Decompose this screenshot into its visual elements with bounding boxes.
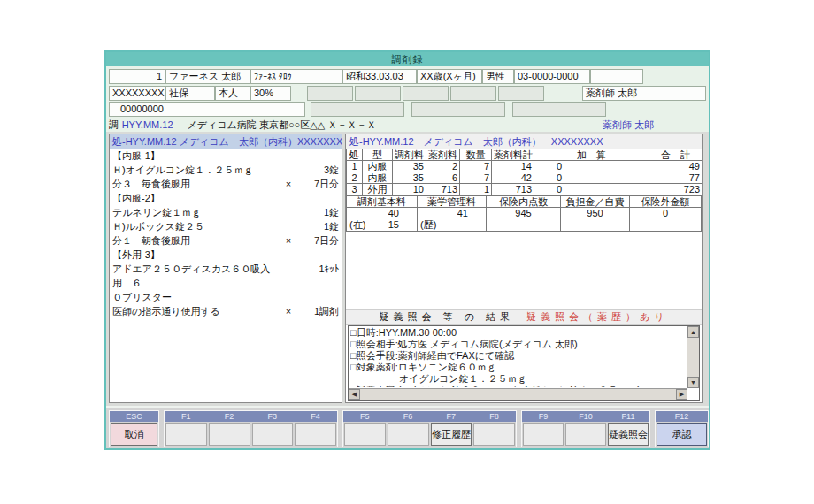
prescription-line: Ｈ)ルボックス錠２５1錠 bbox=[110, 219, 342, 233]
fee-cell: 14 bbox=[492, 161, 534, 172]
dispense-facility: メディコム病院 東京都○○区△△ Ｘ－Ｘ－Ｘ bbox=[188, 119, 377, 130]
rx-line-qty: 7日分 bbox=[298, 177, 339, 191]
rx-line-text: 医師の指示通り使用する bbox=[112, 304, 279, 318]
function-key-label-esc: ESC bbox=[110, 411, 158, 422]
summary-table: 調剤基本料薬学管理料保険内点数負担金／自費保険外金額 40(在)1541(歴)9… bbox=[346, 195, 702, 232]
summary-cell: 40(在)15 bbox=[347, 208, 418, 232]
function-key-label-f2: F2 bbox=[208, 411, 251, 422]
fee-cell: 35 bbox=[393, 172, 426, 184]
summary-value-row: 40(在)1541(歴)9459500 bbox=[347, 208, 702, 232]
fee-cell: 713 bbox=[426, 184, 460, 195]
fee-cell: 42 bbox=[492, 172, 534, 184]
patient-kana: ﾌｧｰﾈｽ ﾀﾛｳ bbox=[250, 69, 342, 84]
function-key-group: F1F2F3F4 bbox=[164, 410, 338, 447]
function-key-group: ESC取消 bbox=[109, 410, 159, 447]
empty-cell bbox=[311, 102, 404, 117]
summary-sub-label: (歴) bbox=[420, 219, 436, 231]
fee-cell: 7 bbox=[460, 161, 492, 172]
prescription-line: 分３ 毎食後服用×7日分 bbox=[110, 177, 342, 191]
empty-cell bbox=[411, 102, 505, 117]
summary-value: 950 bbox=[561, 208, 629, 219]
function-key-group-header: ESC bbox=[110, 411, 158, 422]
function-button-f12[interactable]: 承認 bbox=[657, 423, 707, 446]
horizontal-scrollbar[interactable]: ◀ ▶ bbox=[349, 388, 687, 400]
rx-line-text: 【外用-3】 bbox=[112, 248, 279, 262]
fee-cell: 0 bbox=[534, 172, 564, 184]
fee-cell: 2 bbox=[347, 172, 363, 184]
inquiry-text: □日時:HYY.MM.30 00:00 □照会相手:処方医 メディコム病院(メデ… bbox=[350, 327, 685, 387]
summary-sub-number: 15 bbox=[388, 219, 399, 231]
patient-extra-cell bbox=[590, 69, 643, 84]
function-key-group: F12承認 bbox=[655, 410, 709, 447]
rx-line-mult bbox=[279, 205, 298, 219]
left-arrow-icon[interactable]: ◀ bbox=[349, 389, 360, 400]
fee-cell: 3 bbox=[347, 184, 363, 195]
function-button-f9[interactable] bbox=[523, 423, 564, 446]
summary-value: 40 bbox=[347, 208, 417, 219]
summary-subvalue: (歴) bbox=[418, 219, 486, 231]
patient-name: ファーネス 太郎 bbox=[165, 69, 250, 84]
dispense-date: HYY.MM.12 bbox=[122, 119, 173, 130]
rx-line-text: ０ブリスター bbox=[112, 290, 279, 304]
function-key-group-body: 疑義照会 bbox=[522, 422, 649, 447]
function-button-f4[interactable] bbox=[295, 423, 336, 446]
summary-col-header: 保険外金額 bbox=[630, 196, 702, 208]
receipt-panel[interactable]: 処-HYY.MM.12 メディコム 太郎（内科） XXXXXXXX 処型調剤料薬… bbox=[345, 134, 703, 403]
insurer-code: XXXXXXXX bbox=[109, 86, 165, 101]
rx-line-mult bbox=[279, 191, 298, 205]
function-button-f6[interactable] bbox=[388, 423, 429, 446]
inquiry-textbox[interactable]: □日時:HYY.MM.30 00:00 □照会相手:処方医 メディコム病院(メデ… bbox=[348, 325, 700, 401]
pharmacist-name: 薬剤師 太郎 bbox=[582, 86, 706, 101]
fee-cell: 35 bbox=[393, 161, 426, 172]
window-title: 調剤録 bbox=[106, 52, 709, 66]
prescription-line: 医師の指示通り使用する×1調剤 bbox=[110, 304, 342, 318]
vertical-scrollbar[interactable]: ▲ ▼ bbox=[687, 326, 699, 388]
copay-rate: 30% bbox=[250, 86, 291, 101]
function-key-label-f4: F4 bbox=[294, 411, 337, 422]
rx-line-mult bbox=[279, 219, 298, 233]
summary-cell: 945 bbox=[487, 208, 561, 232]
summary-sub-label: (在) bbox=[349, 219, 365, 231]
fee-cell: 1 bbox=[347, 161, 363, 172]
fee-col-header: 薬剤料計 bbox=[492, 149, 534, 161]
function-button-f2[interactable] bbox=[209, 423, 250, 446]
patient-sex: 男性 bbox=[482, 69, 514, 84]
down-arrow-icon[interactable]: ▼ bbox=[687, 377, 699, 388]
up-arrow-icon[interactable]: ▲ bbox=[687, 326, 699, 338]
function-button-f5[interactable] bbox=[344, 423, 386, 446]
patient-header: 1 ファーネス 太郎 ﾌｧｰﾈｽ ﾀﾛｳ 昭和33.03.03 XX歳(Xヶ月)… bbox=[106, 66, 709, 132]
rx-line-mult: × bbox=[279, 304, 298, 318]
function-key-label-f6: F6 bbox=[387, 411, 430, 422]
function-button-f11[interactable]: 疑義照会 bbox=[608, 423, 649, 446]
function-button-f10[interactable] bbox=[565, 423, 606, 446]
rx-line-mult: × bbox=[279, 177, 298, 191]
fee-cell: 10 bbox=[393, 184, 426, 195]
function-button-f8[interactable] bbox=[473, 423, 515, 446]
prescription-panel[interactable]: 処-HYY.MM.12 メディコム 太郎（内科）XXXXXXXX 【内服-1】Ｈ… bbox=[109, 134, 342, 403]
patient-birthdate: 昭和33.03.03 bbox=[342, 69, 417, 84]
rx-line-mult bbox=[279, 149, 298, 163]
function-key-label-f12: F12 bbox=[656, 411, 708, 422]
prescription-line: 【内服-1】 bbox=[110, 149, 342, 163]
fee-cell: 7 bbox=[460, 172, 492, 184]
rx-line-qty: 1錠 bbox=[298, 205, 339, 219]
function-key-group-body: 承認 bbox=[656, 422, 708, 447]
function-button-f1[interactable] bbox=[165, 423, 207, 446]
prescription-line: 【内服-2】 bbox=[110, 191, 342, 205]
prescription-line: ０ブリスター bbox=[110, 290, 342, 304]
rx-line-qty: 3錠 bbox=[298, 163, 339, 177]
function-button-esc[interactable]: 取消 bbox=[111, 423, 157, 446]
right-arrow-icon[interactable]: ▶ bbox=[676, 389, 687, 400]
receipt-panel-spacer bbox=[346, 232, 702, 309]
fee-table-header-row: 処型調剤料薬剤料数量薬剤料計加 算合 計 bbox=[347, 149, 703, 161]
rx-line-qty bbox=[298, 191, 339, 205]
rx-line-text: アドエア２５０ディスカス６０吸入用 ６ bbox=[112, 262, 279, 290]
rx-line-qty bbox=[298, 149, 339, 163]
function-button-f7[interactable]: 修正履歴 bbox=[431, 423, 472, 446]
rx-line-mult bbox=[279, 262, 298, 290]
insured-number: 00000000 bbox=[109, 102, 305, 117]
summary-cell: 0 bbox=[630, 208, 702, 232]
function-button-f3[interactable] bbox=[252, 423, 294, 446]
patient-phone: 03-0000-0000 bbox=[514, 69, 590, 84]
rx-line-text: 分３ 毎食後服用 bbox=[112, 177, 279, 191]
